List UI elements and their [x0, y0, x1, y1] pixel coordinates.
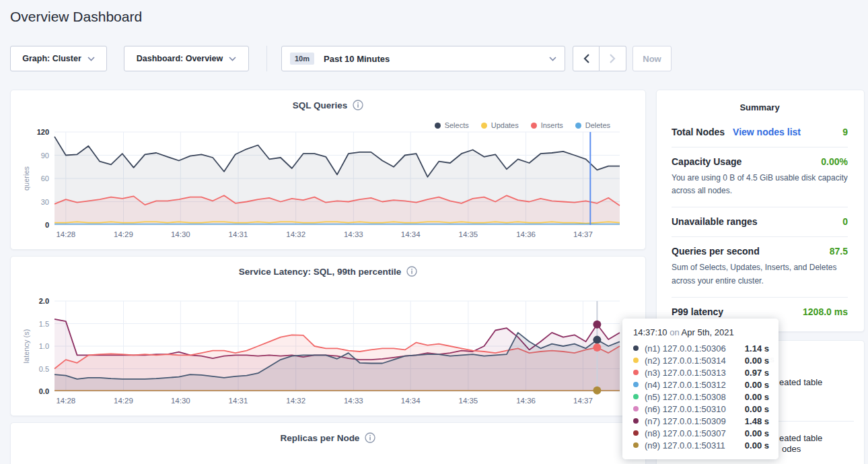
svg-text:14:32: 14:32	[286, 397, 305, 405]
svg-text:14:28: 14:28	[56, 397, 75, 405]
node-latency-value: 0.00 s	[745, 380, 769, 390]
svg-text:14:31: 14:31	[229, 230, 248, 238]
event-item-text[interactable]: eated table	[779, 433, 822, 443]
svg-text:14:34: 14:34	[401, 397, 421, 405]
svg-text:90: 90	[41, 152, 49, 160]
view-nodes-list-link[interactable]: View nodes list	[733, 127, 801, 137]
info-icon[interactable]	[365, 432, 375, 443]
service-latency-chart[interactable]: 0.00.51.01.52.014:2814:2914:3014:3114:32…	[11, 257, 647, 417]
summary-qps-row: Queries per second 87.5 Sum of Selects, …	[672, 236, 848, 296]
time-range-badge: 10m	[290, 53, 314, 65]
svg-text:14:30: 14:30	[171, 230, 190, 238]
time-step-buttons	[573, 46, 626, 71]
qps-subtext: Sum of Selects, Updates, Inserts, and De…	[672, 261, 848, 287]
svg-text:60: 60	[41, 174, 49, 183]
tooltip-row: (n8) 127.0.0.1:503070.00 s	[633, 427, 769, 439]
svg-text:14:29: 14:29	[114, 397, 133, 405]
summary-capacity-row: Capacity Usage 0.00% You are using 0 B o…	[672, 147, 848, 207]
unavailable-ranges-value: 0	[842, 216, 848, 227]
p99-latency-value: 1208.0 ms	[803, 306, 848, 317]
capacity-usage-value: 0.00%	[821, 156, 848, 167]
node-address: (n6) 127.0.0.1:50310	[645, 404, 726, 414]
svg-text:14:28: 14:28	[56, 230, 75, 238]
svg-text:1.5: 1.5	[39, 320, 49, 328]
node-latency-value: 0.97 s	[745, 368, 769, 378]
node-address: (n2) 127.0.0.1:50314	[645, 356, 726, 366]
svg-text:30: 30	[41, 198, 49, 206]
tooltip-row: (n6) 127.0.0.1:503100.00 s	[633, 403, 769, 415]
capacity-usage-label: Capacity Usage	[672, 156, 742, 167]
node-address: (n9) 127.0.0.1:50311	[645, 440, 725, 451]
controls-divider	[266, 46, 267, 71]
unavailable-ranges-label: Unavailable ranges	[672, 216, 758, 227]
time-range-label: Past 10 Minutes	[324, 54, 390, 64]
tooltip-row: (n3) 127.0.0.1:503130.97 s	[633, 366, 769, 378]
chevron-down-icon	[87, 57, 95, 61]
node-color-dot-icon	[633, 406, 639, 411]
node-address: (n3) 127.0.0.1:50313	[645, 368, 726, 378]
total-nodes-value: 9	[842, 127, 848, 137]
svg-text:latency (s): latency (s)	[22, 329, 30, 364]
node-address: (n1) 127.0.0.1:50306	[645, 343, 726, 354]
node-latency-value: 1.14 s	[745, 343, 769, 354]
node-latency-value: 0.00 s	[745, 440, 769, 451]
node-latency-value: 0.00 s	[745, 356, 769, 366]
node-latency-value: 0.00 s	[745, 428, 769, 438]
svg-text:14:37: 14:37	[573, 397, 593, 405]
chart-hover-tooltip: 14:37:10 on Apr 5th, 2021 (n1) 127.0.0.1…	[622, 319, 779, 459]
time-range-dropdown[interactable]: 10m Past 10 Minutes	[281, 46, 565, 71]
node-address: (n8) 127.0.0.1:50307	[645, 428, 726, 438]
overview-dashboard-page: Overview Dashboard Graph: Cluster Dashbo…	[0, 0, 868, 464]
p99-latency-label: P99 latency	[672, 306, 723, 317]
summary-heading: Summary	[672, 102, 848, 112]
svg-text:0.0: 0.0	[39, 387, 49, 395]
node-address: (n5) 127.0.0.1:50308	[645, 392, 726, 402]
svg-text:14:33: 14:33	[344, 397, 363, 405]
summary-unavailable-row: Unavailable ranges 0	[672, 207, 848, 236]
node-color-dot-icon	[633, 430, 639, 436]
tooltip-row: (n2) 127.0.0.1:503140.00 s	[633, 354, 769, 366]
svg-text:14:34: 14:34	[401, 230, 421, 238]
total-nodes-label: Total Nodes	[672, 127, 725, 137]
chevron-left-icon	[583, 54, 589, 63]
svg-text:120: 120	[37, 128, 49, 136]
replicas-per-node-card: Replicas per Node	[10, 422, 646, 464]
node-color-dot-icon	[633, 358, 639, 363]
svg-text:14:35: 14:35	[458, 230, 478, 238]
svg-text:14:30: 14:30	[171, 397, 190, 405]
node-latency-value: 0.00 s	[745, 404, 769, 414]
sql-queries-chart[interactable]: 030609012014:2814:2914:3014:3114:3214:33…	[11, 90, 647, 251]
svg-text:0.5: 0.5	[39, 365, 49, 373]
svg-text:queries: queries	[22, 166, 30, 191]
svg-text:14:37: 14:37	[573, 230, 593, 238]
event-item-text[interactable]: eated table	[779, 377, 822, 387]
svg-text:14:36: 14:36	[516, 230, 536, 238]
node-latency-value: 1.48 s	[745, 416, 769, 426]
node-color-dot-icon	[633, 394, 639, 399]
tooltip-row: (n7) 127.0.0.1:503091.48 s	[633, 415, 769, 427]
previous-time-button[interactable]	[573, 46, 600, 71]
node-color-dot-icon	[633, 382, 639, 387]
node-color-dot-icon	[633, 345, 639, 351]
node-address: (n4) 127.0.0.1:50312	[645, 380, 726, 390]
next-time-button[interactable]	[600, 46, 626, 71]
svg-text:14:33: 14:33	[344, 230, 363, 238]
graph-dropdown[interactable]: Graph: Cluster	[10, 46, 107, 71]
svg-text:14:29: 14:29	[114, 230, 133, 238]
service-latency-card: Service Latency: SQL, 99th percentile 0.…	[10, 256, 646, 416]
summary-total-nodes-row: Total Nodes View nodes list 9	[672, 118, 848, 147]
node-latency-value: 0.00 s	[745, 392, 769, 402]
graph-dropdown-label: Graph: Cluster	[22, 54, 81, 63]
svg-text:14:31: 14:31	[229, 397, 248, 405]
dashboard-dropdown[interactable]: Dashboard: Overview	[124, 46, 249, 71]
qps-value: 87.5	[830, 246, 848, 257]
event-item-text[interactable]: odes	[782, 444, 801, 454]
tooltip-row: (n5) 127.0.0.1:503080.00 s	[633, 391, 769, 403]
chevron-right-icon	[610, 54, 616, 63]
node-color-dot-icon	[633, 418, 639, 424]
qps-label: Queries per second	[672, 246, 760, 257]
tooltip-row: (n4) 127.0.0.1:503120.00 s	[633, 378, 769, 391]
node-color-dot-icon	[633, 442, 639, 448]
tooltip-timestamp: 14:37:10 on Apr 5th, 2021	[633, 327, 769, 337]
now-button[interactable]: Now	[632, 46, 672, 71]
